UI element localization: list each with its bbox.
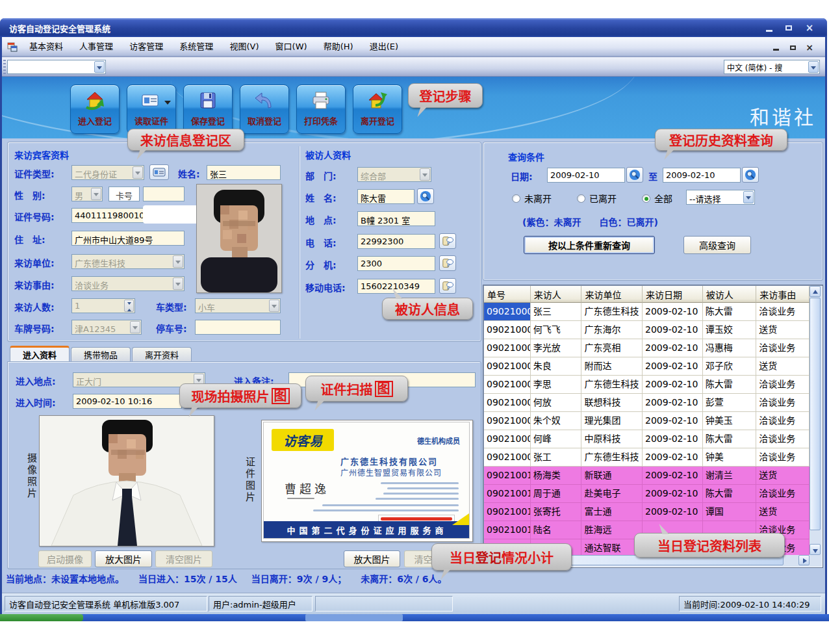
phone-input[interactable]: 22992300 (357, 234, 435, 249)
visit-unit-select[interactable]: 广东德生科技 (71, 254, 185, 269)
chevron-down-icon[interactable] (91, 188, 101, 200)
tab-carried-items[interactable]: 携带物品 (71, 347, 131, 361)
vehicle-type-select[interactable]: 小车 (195, 298, 281, 313)
radio-all[interactable]: 全部 (642, 192, 672, 205)
table-row[interactable]: 090210009张工广东德生科技2009-02-10钟美洽谈业务 (484, 448, 810, 467)
table-row[interactable]: 090210002何飞飞广东海尔2009-02-10谭玉姣送货 (484, 321, 810, 339)
tab-entry-info[interactable]: 进入资料 (10, 346, 70, 361)
date-to-input[interactable]: 2009-02-10 (663, 168, 741, 183)
entry-time-input[interactable]: 2009-02-10 10:16 (73, 394, 182, 409)
scroll-down-icon[interactable] (810, 544, 821, 555)
toolbar-grip[interactable] (3, 60, 6, 74)
spinner-arrows-icon[interactable] (124, 300, 134, 312)
date-from-picker-button[interactable] (626, 167, 643, 183)
ext-input[interactable]: 2300 (357, 256, 435, 271)
table-column-header[interactable]: 单号 (484, 286, 531, 303)
date-from-input[interactable]: 2009-02-10 (547, 168, 625, 183)
table-column-header[interactable]: 来访人 (531, 286, 582, 303)
title-bar[interactable]: 访客自动登记安全管理系统 × (0, 18, 827, 37)
menu-view[interactable]: 视图(V) (223, 37, 265, 57)
dept-select[interactable]: 综合部 (357, 167, 431, 182)
mdi-minimize-icon[interactable] (769, 42, 782, 53)
chevron-down-icon[interactable] (173, 277, 183, 290)
vscroll-thumb[interactable] (810, 298, 821, 530)
requery-button[interactable]: 按以上条件重新查询 (524, 236, 655, 254)
chevron-down-icon[interactable] (173, 255, 183, 268)
cancel-register-button[interactable]: 取消登记 (240, 84, 289, 134)
read-id-card-button[interactable] (149, 164, 169, 180)
menu-window[interactable]: 窗口(W) (269, 37, 314, 57)
chevron-down-icon[interactable] (133, 166, 143, 179)
quick-combo[interactable] (7, 60, 106, 74)
close-icon[interactable]: × (802, 22, 817, 34)
menu-system[interactable]: 系统管理 (173, 37, 220, 57)
menu-help[interactable]: 帮助(H) (317, 37, 360, 57)
table-row[interactable]: 090210001张三广东德生科技2009-02-10陈大雷洽谈业务 (484, 303, 810, 321)
tab-leave-info[interactable]: 离开资料 (132, 347, 192, 361)
taskbar-task-button[interactable] (305, 614, 403, 621)
menu-hr[interactable]: 人事管理 (73, 37, 120, 57)
card-no-input[interactable] (143, 187, 185, 201)
menu-basic[interactable]: 基本资料 (23, 37, 70, 57)
scroll-right-icon[interactable] (798, 555, 810, 565)
radio-not-left[interactable]: 未离开 (512, 192, 552, 205)
vertical-scrollbar[interactable] (810, 286, 822, 555)
date-to-picker-button[interactable] (742, 167, 759, 183)
zoom-scan-button[interactable]: 放大图片 (344, 550, 400, 567)
clear-camera-photo-button[interactable]: 清空图片 (155, 550, 212, 567)
dial-mobile-button[interactable] (439, 278, 456, 294)
visit-reason-select[interactable]: 洽谈业务 (71, 276, 185, 291)
chevron-down-icon[interactable] (743, 191, 754, 203)
table-row[interactable]: 090210008何峰中原科技2009-02-10陈大雷洽谈业务 (484, 430, 810, 448)
print-slip-button[interactable]: 打印凭条 (296, 84, 346, 134)
mdi-restore-icon[interactable] (786, 42, 799, 53)
table-row[interactable]: 090210003李光放广东亮相2009-02-10冯惠梅洽谈业务 (484, 339, 810, 357)
scroll-up-icon[interactable] (810, 286, 821, 297)
table-row[interactable]: 090210005李思广东德生科技2009-02-10陈大雷洽谈业务 (484, 376, 810, 394)
table-row[interactable]: 090210011周于通赴美电子2009-02-10陈大雷洽谈业务 (484, 485, 810, 503)
table-row[interactable]: 090210006何放联想科技2009-02-10彭萱洽谈业务 (484, 394, 810, 412)
table-column-header[interactable]: 来访事由 (756, 286, 810, 303)
parking-input[interactable] (195, 320, 281, 335)
chevron-down-icon[interactable] (808, 61, 819, 73)
table-column-header[interactable]: 被访人 (703, 286, 757, 303)
plate-select[interactable]: 津A12345 (71, 320, 142, 335)
table-row[interactable]: 090210012张寄托富士通2009-02-10谭国送货 (484, 503, 810, 521)
leave-register-button[interactable]: 离开登记 (353, 84, 402, 134)
table-column-header[interactable]: 来访日期 (643, 286, 703, 303)
chevron-down-icon[interactable] (269, 300, 279, 312)
table-row[interactable]: 090210004朱良附而达2009-02-10邓子欣送货 (484, 357, 810, 376)
chevron-down-icon[interactable] (420, 168, 430, 181)
read-card-button[interactable]: 读取证件 (127, 84, 176, 134)
location-input[interactable]: B幢 2301 室 (357, 211, 435, 226)
visitor-name-input[interactable]: 张三 (207, 165, 281, 180)
menu-exit[interactable]: 退出(E) (363, 37, 405, 57)
table-row[interactable]: 090210010杨海类新联通2009-02-10谢清兰送货 (484, 467, 810, 485)
minimize-icon[interactable] (762, 22, 776, 34)
radio-left[interactable]: 已离开 (577, 192, 617, 205)
zoom-camera-photo-button[interactable]: 放大图片 (95, 550, 152, 567)
gender-select[interactable]: 男 (71, 187, 103, 201)
dial-ext-button[interactable] (439, 255, 456, 271)
advanced-query-button[interactable]: 高级查询 (683, 236, 751, 254)
chevron-down-icon[interactable] (94, 61, 105, 73)
mdi-close-icon[interactable]: × (803, 42, 816, 53)
dial-phone-button[interactable] (439, 233, 456, 249)
start-camera-button[interactable]: 启动摄像 (38, 550, 92, 567)
taskbar[interactable] (0, 614, 829, 621)
cert-type-select[interactable]: 二代身份证 (71, 165, 144, 180)
enter-register-button[interactable]: 进入登记 (70, 84, 120, 134)
start-button[interactable] (0, 614, 83, 621)
visitee-name-input[interactable]: 陈大雷 (357, 189, 414, 204)
restore-icon[interactable] (782, 22, 796, 34)
filter-select[interactable]: --请选择 (686, 190, 755, 205)
visitee-search-button[interactable] (417, 188, 434, 204)
save-register-button[interactable]: 保存登记 (183, 84, 233, 134)
table-row[interactable]: 090210007朱个奴理光集团2009-02-10钟美玉洽谈业务 (484, 412, 810, 430)
menu-visitor[interactable]: 访客管理 (123, 37, 170, 57)
visitor-count-stepper[interactable]: 1 (71, 298, 135, 313)
language-select[interactable]: 中文 (简体) - 搜 (724, 60, 820, 74)
chevron-down-icon[interactable] (130, 321, 140, 333)
address-input[interactable]: 广州市中山大道89号 (71, 231, 185, 246)
table-column-header[interactable]: 来访单位 (581, 286, 643, 303)
